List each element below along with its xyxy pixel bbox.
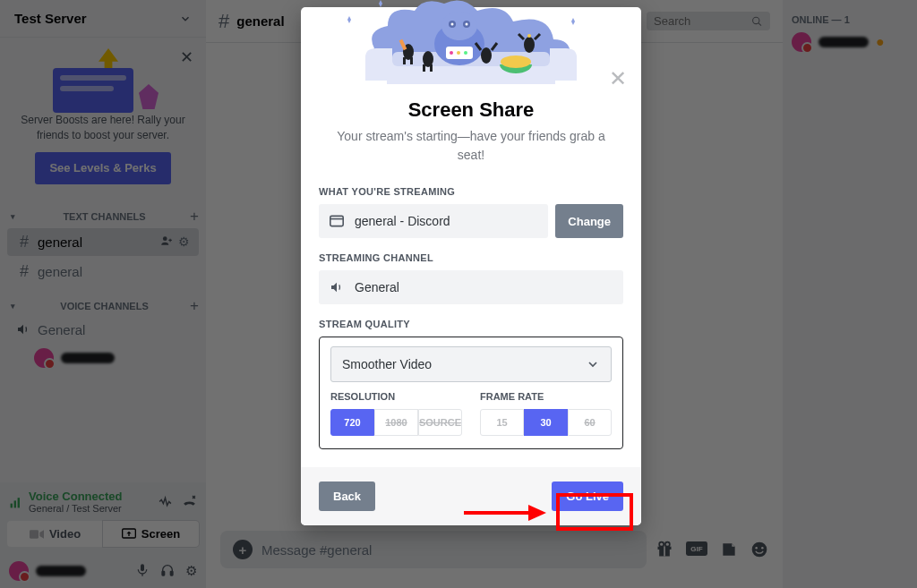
svg-rect-37	[410, 57, 413, 64]
framerate-label: FRAME RATE	[480, 391, 612, 402]
svg-point-30	[466, 23, 468, 26]
fps-30[interactable]: 30	[524, 409, 568, 436]
streaming-source-field: general - Discord	[319, 204, 548, 238]
svg-point-26	[441, 12, 477, 40]
res-720[interactable]: 720	[330, 409, 374, 436]
go-live-button[interactable]: Go Live	[552, 481, 623, 511]
screen-share-modal: ✕	[301, 7, 641, 525]
streaming-channel-field[interactable]: General	[319, 270, 623, 304]
resolution-label: RESOLUTION	[330, 391, 462, 402]
label-what-streaming: WHAT YOU'RE STREAMING	[319, 186, 623, 197]
framerate-segmented: 15 30 60	[480, 409, 612, 436]
res-1080[interactable]: 1080	[374, 409, 418, 436]
quality-select[interactable]: Smoother Video	[330, 346, 612, 382]
svg-point-33	[457, 51, 460, 55]
modal-title: Screen Share	[301, 98, 641, 122]
svg-rect-41	[430, 64, 433, 72]
svg-rect-40	[423, 64, 425, 72]
svg-rect-45	[330, 216, 343, 226]
svg-point-44	[527, 34, 531, 38]
label-stream-quality: STREAM QUALITY	[319, 319, 623, 329]
window-icon	[330, 215, 346, 227]
back-button[interactable]: Back	[319, 481, 375, 511]
change-button[interactable]: Change	[555, 204, 623, 238]
label-streaming-channel: STREAMING CHANNEL	[319, 252, 623, 263]
svg-rect-36	[403, 57, 406, 64]
stream-quality-box: Smoother Video RESOLUTION 720 1080 SOURC…	[319, 337, 623, 449]
modal-footer: Back Go Live	[301, 467, 641, 525]
speaker-icon	[330, 280, 346, 294]
svg-point-43	[524, 37, 535, 53]
svg-point-32	[450, 51, 453, 55]
svg-point-29	[451, 23, 454, 26]
fps-15[interactable]: 15	[480, 409, 524, 436]
svg-point-24	[501, 55, 531, 68]
svg-point-42	[481, 47, 492, 64]
resolution-segmented: 720 1080 SOURCE	[330, 409, 462, 436]
modal-subtitle: Your stream's starting—have your friends…	[301, 122, 641, 165]
fps-60[interactable]: 60	[568, 409, 612, 436]
svg-point-34	[464, 51, 467, 55]
res-source[interactable]: SOURCE	[418, 409, 462, 436]
chevron-down-icon	[586, 357, 600, 371]
modal-hero-illustration	[301, 7, 641, 93]
